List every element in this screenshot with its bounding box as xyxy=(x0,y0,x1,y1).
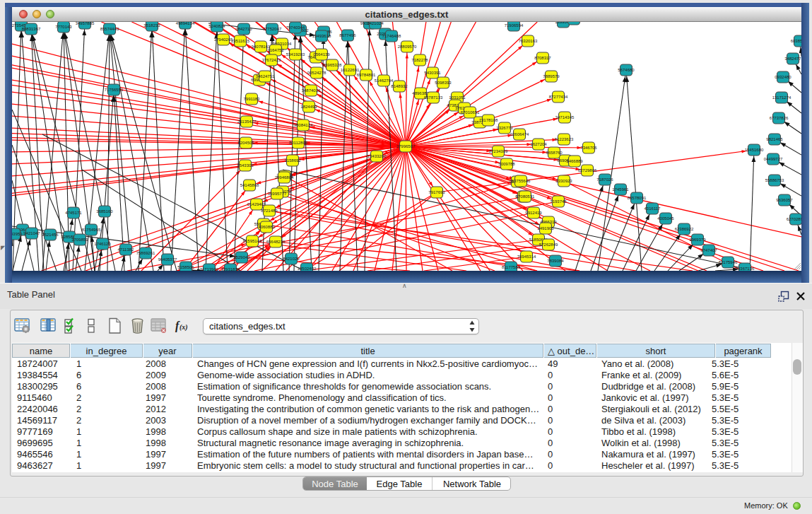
svg-text:71906594: 71906594 xyxy=(505,23,524,28)
svg-text:9421047: 9421047 xyxy=(23,231,40,235)
svg-text:4745171: 4745171 xyxy=(65,211,82,215)
svg-text:8677496: 8677496 xyxy=(339,33,356,37)
svg-text:28809570: 28809570 xyxy=(398,45,417,49)
svg-text:7187026: 7187026 xyxy=(596,177,613,182)
svg-text:80112805: 80112805 xyxy=(289,141,308,145)
svg-text:8421020: 8421020 xyxy=(283,257,300,261)
svg-text:5009788: 5009788 xyxy=(498,162,515,166)
svg-text:34957885: 34957885 xyxy=(76,22,95,25)
svg-text:53419283: 53419283 xyxy=(286,52,305,57)
svg-text:65648236: 65648236 xyxy=(266,240,286,244)
svg-text:5240824: 5240824 xyxy=(208,24,225,28)
svg-text:49894134: 49894134 xyxy=(176,22,195,25)
svg-text:96965328: 96965328 xyxy=(323,63,342,67)
svg-text:67737826: 67737826 xyxy=(770,116,789,120)
svg-text:79740344: 79740344 xyxy=(286,25,305,30)
svg-text:73178108: 73178108 xyxy=(479,118,498,122)
svg-text:65787133: 65787133 xyxy=(424,95,443,100)
svg-text:67010651: 67010651 xyxy=(461,110,480,115)
svg-text:4316117: 4316117 xyxy=(645,206,661,211)
svg-text:01429401: 01429401 xyxy=(247,202,266,206)
svg-text:60385977: 60385977 xyxy=(791,39,801,43)
svg-text:71756551: 71756551 xyxy=(105,88,124,92)
svg-text:1491905: 1491905 xyxy=(537,226,554,230)
svg-text:77752047: 77752047 xyxy=(263,27,282,31)
svg-text:71746488: 71746488 xyxy=(382,34,401,38)
svg-text:13433200: 13433200 xyxy=(367,154,387,158)
svg-text:62729806: 62729806 xyxy=(578,168,597,173)
svg-text:10122691: 10122691 xyxy=(341,68,360,72)
svg-text:3518233: 3518233 xyxy=(143,23,160,28)
svg-text:9521456: 9521456 xyxy=(42,233,59,237)
svg-text:74367136: 74367136 xyxy=(736,267,755,271)
svg-text:3158692: 3158692 xyxy=(284,158,301,163)
svg-text:3709859: 3709859 xyxy=(71,238,88,242)
svg-text:87234309: 87234309 xyxy=(489,149,508,153)
svg-text:29946804: 29946804 xyxy=(275,175,294,180)
svg-text:39502402: 39502402 xyxy=(298,267,317,271)
svg-text:7770143: 7770143 xyxy=(55,25,72,29)
svg-text:55886753: 55886753 xyxy=(765,178,784,182)
svg-text:32931839: 32931839 xyxy=(221,267,240,271)
svg-text:3747407: 3747407 xyxy=(700,248,717,252)
svg-text:9821465: 9821465 xyxy=(766,137,783,141)
svg-text:34714345: 34714345 xyxy=(555,115,575,119)
svg-text:96405377: 96405377 xyxy=(158,257,177,262)
svg-text:15451680: 15451680 xyxy=(745,148,764,152)
svg-text:31713900: 31713900 xyxy=(200,267,219,271)
svg-text:37672423: 37672423 xyxy=(262,58,281,62)
svg-text:36995777: 36995777 xyxy=(268,192,287,196)
svg-text:69784801: 69784801 xyxy=(357,73,376,77)
svg-text:7346706: 7346706 xyxy=(580,146,597,150)
svg-text:1031051: 1031051 xyxy=(449,95,466,100)
svg-text:6204505: 6204505 xyxy=(237,141,254,145)
svg-text:5674680: 5674680 xyxy=(618,68,635,72)
svg-text:02606474: 02606474 xyxy=(510,132,529,136)
svg-text:9743953: 9743953 xyxy=(12,232,23,236)
svg-text:62702895: 62702895 xyxy=(787,217,801,221)
svg-text:00524278: 00524278 xyxy=(307,71,326,75)
svg-text:13493618: 13493618 xyxy=(312,34,331,38)
svg-text:1969379: 1969379 xyxy=(689,238,706,242)
svg-text:82175946: 82175946 xyxy=(719,260,738,264)
svg-text:8148932: 8148932 xyxy=(391,84,408,88)
svg-text:76320163: 76320163 xyxy=(519,39,538,43)
svg-text:5430391: 5430391 xyxy=(424,71,441,75)
svg-text:4711382: 4711382 xyxy=(118,247,135,252)
svg-text:1824493: 1824493 xyxy=(300,105,317,109)
svg-text:54145868: 54145868 xyxy=(240,183,259,187)
svg-text:0330923: 0330923 xyxy=(555,179,572,183)
svg-text:04499727: 04499727 xyxy=(764,157,783,161)
svg-text:8708317: 8708317 xyxy=(534,56,551,60)
svg-text:98084124: 98084124 xyxy=(294,123,313,127)
svg-text:8721489: 8721489 xyxy=(261,209,278,213)
svg-text:81223623: 81223623 xyxy=(555,137,574,141)
svg-text:37996507: 37996507 xyxy=(396,144,416,148)
svg-text:7991183: 7991183 xyxy=(244,97,261,101)
svg-text:53755646: 53755646 xyxy=(512,179,531,183)
svg-text:51462704: 51462704 xyxy=(375,78,394,83)
svg-text:1627204: 1627204 xyxy=(530,142,547,146)
svg-text:7182278: 7182278 xyxy=(411,58,428,62)
svg-text:1745961: 1745961 xyxy=(612,187,629,192)
svg-text:62386922: 62386922 xyxy=(675,227,694,231)
svg-text:23511615: 23511615 xyxy=(231,39,250,43)
svg-text:81177589: 81177589 xyxy=(502,265,521,269)
svg-text:3482477: 3482477 xyxy=(784,57,801,61)
svg-text:25135427: 25135427 xyxy=(237,119,257,124)
svg-text:80831367: 80831367 xyxy=(22,27,41,31)
svg-text:4060883: 4060883 xyxy=(258,225,275,229)
svg-text:0932480: 0932480 xyxy=(775,75,792,79)
svg-text:57262849: 57262849 xyxy=(539,243,558,247)
svg-text:3685160: 3685160 xyxy=(96,209,113,214)
svg-text:1746120: 1746120 xyxy=(94,242,111,246)
svg-text:7193745: 7193745 xyxy=(550,199,567,204)
svg-text:5466889: 5466889 xyxy=(566,159,583,163)
svg-text:3529042: 3529042 xyxy=(233,255,250,259)
svg-text:7839084: 7839084 xyxy=(547,259,564,263)
svg-text:6658760: 6658760 xyxy=(546,151,563,155)
svg-text:81754965: 81754965 xyxy=(82,228,101,232)
svg-text:7889579: 7889579 xyxy=(543,74,560,78)
svg-text:61595148: 61595148 xyxy=(243,239,262,243)
svg-text:87277434: 87277434 xyxy=(549,95,568,99)
